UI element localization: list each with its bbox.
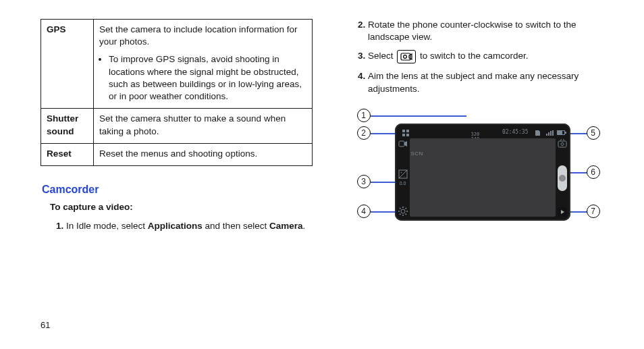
option-key: GPS <box>41 20 94 109</box>
svg-rect-5 <box>402 134 405 136</box>
storage-icon <box>532 128 543 138</box>
option-desc: Set the camera to include location infor… <box>94 20 313 109</box>
section-title: Camcorder <box>42 182 313 197</box>
callout-3: 3 <box>357 175 371 188</box>
svg-rect-4 <box>406 130 409 132</box>
camcorder-icon <box>398 138 408 149</box>
camera-label: Camera <box>269 221 303 231</box>
applications-label: Applications <box>148 221 203 231</box>
timestamp-label: 02:45:35 <box>502 129 529 136</box>
step-3-text-b: to switch to the camcorder. <box>420 51 529 61</box>
signal-icon <box>546 130 554 136</box>
subhead: To capture a video: <box>50 201 313 213</box>
step-3-text-a: Select <box>368 51 396 61</box>
steps-list-right: Rotate the phone counter-clockwise to sw… <box>342 19 614 95</box>
svg-text:-: - <box>404 174 405 178</box>
play-icon <box>558 207 567 217</box>
mode-icon <box>400 128 411 138</box>
step-1-text-a: In Idle mode, select <box>66 221 148 231</box>
phone-mockup: 320 240 02:45:35 SCN <box>395 124 570 221</box>
svg-rect-6 <box>406 134 409 136</box>
shutter-button <box>558 165 567 191</box>
option-bullet: To improve GPS signals, avoid shooting i… <box>109 53 306 103</box>
option-key: Reset <box>41 143 94 165</box>
table-row: GPS Set the camera to include location i… <box>41 20 313 109</box>
svg-rect-3 <box>402 130 405 132</box>
step-1-text-c: . <box>302 221 305 231</box>
table-row: Shutter sound Set the camera shutter to … <box>41 109 313 143</box>
status-bar: 320 240 02:45:35 <box>400 128 565 138</box>
viewfinder <box>410 138 556 217</box>
page-number: 61 <box>41 319 50 331</box>
option-key: Shutter sound <box>41 109 94 143</box>
step-4: Aim the lens at the subject and make any… <box>368 70 614 95</box>
switch-camera-icon <box>557 138 568 149</box>
callout-7: 7 <box>587 205 600 218</box>
svg-line-17 <box>400 208 400 209</box>
callout-5: 5 <box>587 126 600 140</box>
step-3: Select to switch to the camcorder. <box>368 50 614 63</box>
right-icon-stack <box>557 138 568 217</box>
option-desc: Set the camera shutter to make a sound w… <box>94 109 313 143</box>
callout-2: 2 <box>357 126 371 140</box>
callout-1: 1 <box>357 109 371 122</box>
svg-rect-7 <box>399 141 404 146</box>
svg-point-2 <box>404 55 407 59</box>
battery-icon <box>557 130 565 135</box>
option-desc-text: Set the camera to include location infor… <box>99 24 297 47</box>
step-2: Rotate the phone counter-clockwise to sw… <box>368 19 614 43</box>
camcorder-switch-icon <box>397 50 416 63</box>
scene-label: SCN <box>411 151 423 158</box>
callout-4: 4 <box>357 205 371 218</box>
svg-text:+: + <box>400 170 402 174</box>
exposure-label: 0.0 <box>400 180 406 186</box>
option-desc: Reset the menus and shooting options. <box>94 143 313 165</box>
callout-line <box>371 115 466 117</box>
exposure-value: +- 0.0 <box>398 169 408 186</box>
svg-rect-21 <box>558 141 566 147</box>
camcorder-diagram: 320 240 02:45:35 SCN <box>357 107 600 242</box>
gear-icon <box>398 206 408 217</box>
svg-point-12 <box>401 209 405 213</box>
step-1-text-b: and then select <box>203 221 269 231</box>
svg-line-19 <box>400 213 400 214</box>
svg-marker-8 <box>404 141 407 146</box>
table-row: Reset Reset the menus and shooting optio… <box>41 143 313 165</box>
svg-line-20 <box>405 208 406 209</box>
steps-list-left: In Idle mode, select Applications and th… <box>41 220 313 232</box>
camera-options-table: GPS Set the camera to include location i… <box>41 19 313 166</box>
svg-point-22 <box>561 142 564 145</box>
step-1: In Idle mode, select Applications and th… <box>66 220 313 232</box>
left-icon-stack: +- 0.0 <box>398 138 408 217</box>
callout-6: 6 <box>587 165 600 179</box>
svg-line-18 <box>405 213 406 214</box>
exposure-icon: +- <box>398 169 408 180</box>
